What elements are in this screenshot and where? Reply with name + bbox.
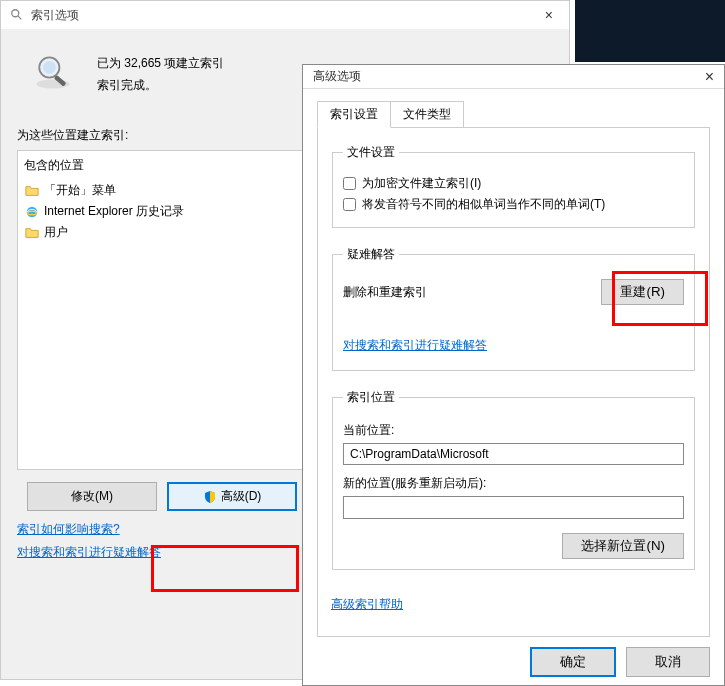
svg-line-1: [18, 16, 22, 20]
modify-button[interactable]: 修改(M): [27, 482, 157, 511]
cancel-button[interactable]: 取消: [626, 647, 710, 677]
index-complete: 索引完成。: [97, 75, 224, 97]
checkbox-encrypted[interactable]: 为加密文件建立索引(I): [343, 175, 684, 192]
file-settings-group: 文件设置 为加密文件建立索引(I) 将发音符号不同的相似单词当作不同的单词(T): [332, 144, 695, 228]
folder-icon: [24, 225, 40, 241]
desktop-dark-area: [575, 0, 725, 62]
window-title: 高级选项: [313, 68, 361, 85]
folder-icon: [24, 183, 40, 199]
shield-icon: [203, 490, 217, 504]
advanced-index-help-link[interactable]: 高级索引帮助: [331, 596, 403, 613]
tab-strip: 索引设置 文件类型: [317, 101, 710, 128]
item-label: 「开始」菜单: [44, 182, 116, 199]
troubleshoot-group: 疑难解答 删除和重建索引 重建(R) 对搜索和索引进行疑难解答: [332, 246, 695, 371]
magnifier-icon: [29, 49, 77, 97]
tab-file-types[interactable]: 文件类型: [390, 101, 464, 128]
troubleshoot-legend: 疑难解答: [343, 246, 399, 263]
item-label: Internet Explorer 历史记录: [44, 203, 184, 220]
svg-point-0: [12, 10, 19, 17]
delete-rebuild-label: 删除和重建索引: [343, 284, 427, 301]
close-icon[interactable]: ×: [537, 7, 561, 23]
index-location-group: 索引位置 当前位置: C:\ProgramData\Microsoft 新的位置…: [332, 389, 695, 570]
checkbox-diacritics[interactable]: 将发音符号不同的相似单词当作不同的单词(T): [343, 196, 684, 213]
troubleshoot-link[interactable]: 对搜索和索引进行疑难解答: [343, 337, 684, 354]
titlebar: 索引选项 ×: [1, 1, 569, 29]
rebuild-button[interactable]: 重建(R): [601, 279, 684, 305]
tab-panel: 文件设置 为加密文件建立索引(I) 将发音符号不同的相似单词当作不同的单词(T)…: [317, 127, 710, 637]
index-loc-legend: 索引位置: [343, 389, 399, 406]
new-loc-field[interactable]: [343, 496, 684, 519]
ie-icon: [24, 204, 40, 220]
close-icon[interactable]: ×: [705, 68, 714, 86]
current-loc-field[interactable]: C:\ProgramData\Microsoft: [343, 443, 684, 465]
current-loc-label: 当前位置:: [343, 422, 684, 439]
select-new-location-button[interactable]: 选择新位置(N): [562, 533, 684, 559]
tab-index-settings[interactable]: 索引设置: [317, 101, 391, 128]
item-label: 用户: [44, 224, 68, 241]
checkbox-input[interactable]: [343, 198, 356, 211]
file-settings-legend: 文件设置: [343, 144, 399, 161]
advanced-options-window: 高级选项 × 索引设置 文件类型 文件设置 为加密文件建立索引(I) 将发音符号…: [302, 64, 725, 686]
checkbox-input[interactable]: [343, 177, 356, 190]
ok-button[interactable]: 确定: [530, 647, 616, 677]
svg-point-4: [43, 61, 56, 74]
indexed-count: 已为 32,665 项建立索引: [97, 53, 224, 75]
advanced-button[interactable]: 高级(D): [167, 482, 297, 511]
new-loc-label: 新的位置(服务重新启动后):: [343, 475, 684, 492]
titlebar: 高级选项 ×: [303, 65, 724, 89]
included-header: 包含的位置: [24, 157, 84, 174]
window-title: 索引选项: [31, 7, 79, 24]
search-icon: [9, 7, 25, 23]
